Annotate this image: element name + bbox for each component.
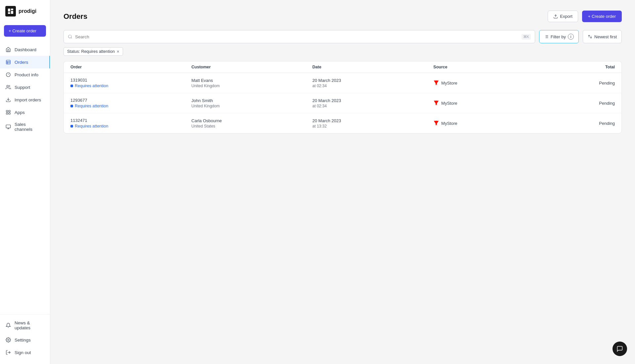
order-time: at 02:34 <box>313 84 434 88</box>
sort-label: Newest first <box>594 34 617 39</box>
table-row[interactable]: 1132471 Requires attention Carla Osbourn… <box>64 113 621 133</box>
export-button[interactable]: Export <box>548 11 578 22</box>
order-date: 20 March 2023 <box>313 78 434 83</box>
sidebar-item-support[interactable]: Support <box>0 81 50 93</box>
customer-country: United Kingdom <box>191 104 313 108</box>
order-number: 1293677 <box>70 98 191 103</box>
filter-tag-label: Status: Requires attention <box>67 49 115 54</box>
filter-by-button[interactable]: Filter by i <box>539 30 579 43</box>
svg-rect-15 <box>9 113 10 114</box>
sidebar-item-dashboard[interactable]: Dashboard <box>0 43 50 56</box>
source-label: MyStore <box>441 121 457 126</box>
page-title: Orders <box>64 12 87 21</box>
search-input[interactable] <box>75 34 519 39</box>
sidebar-item-label: Apps <box>15 110 25 115</box>
customer-name: John Smith <box>191 98 313 103</box>
status-label: Requires attention <box>75 104 108 108</box>
source-label: MyStore <box>441 101 457 106</box>
date-cell: 20 March 2023 at 13:32 <box>313 118 434 128</box>
svg-rect-4 <box>6 60 10 64</box>
logo-area: prodigi <box>0 0 50 22</box>
col-header-date: Date <box>313 65 434 69</box>
customer-country: United Kingdom <box>191 84 313 88</box>
filter-tag-remove[interactable]: × <box>117 49 119 54</box>
sidebar: prodigi + Create order Dashboard <box>0 0 50 364</box>
sidebar-item-label: Import orders <box>15 97 41 102</box>
sidebar-item-import-orders[interactable]: Import orders <box>0 93 50 106</box>
sidebar-item-sign-out[interactable]: Sign out <box>0 346 50 359</box>
sidebar-item-apps[interactable]: Apps <box>0 106 50 119</box>
filter-tags: Status: Requires attention × <box>64 47 622 56</box>
chat-icon <box>616 346 623 352</box>
create-order-header-button[interactable]: + Create order <box>582 11 622 22</box>
adobe-icon <box>433 100 439 106</box>
sidebar-item-label: Settings <box>15 338 31 343</box>
total-cell: Pending <box>554 101 615 106</box>
customer-name: Carla Osbourne <box>191 118 313 123</box>
col-header-order: Order <box>70 65 191 69</box>
svg-marker-32 <box>436 81 439 86</box>
status-dot <box>70 105 73 107</box>
svg-line-24 <box>71 38 72 39</box>
sidebar-item-label: Dashboard <box>15 47 36 52</box>
orders-icon <box>5 59 11 65</box>
customer-country: United States <box>191 124 313 128</box>
order-status[interactable]: Requires attention <box>70 104 191 108</box>
create-order-sidebar-button[interactable]: + Create order <box>4 25 46 37</box>
sales-icon <box>5 124 11 130</box>
sidebar-item-news-updates[interactable]: News & updates <box>0 317 50 334</box>
customer-cell: John Smith United Kingdom <box>191 98 313 108</box>
filter-info-icon: i <box>568 34 574 40</box>
filter-icon <box>544 34 549 39</box>
order-number: 1319031 <box>70 78 191 83</box>
date-cell: 20 March 2023 at 02:34 <box>313 78 434 88</box>
orders-table: Order Customer Date Source Total 1319031… <box>64 61 622 133</box>
status-label: Requires attention <box>75 124 108 128</box>
svg-rect-16 <box>6 113 8 114</box>
customer-name: Matt Evans <box>191 78 313 83</box>
svg-rect-2 <box>8 12 10 14</box>
status-dot <box>70 125 73 127</box>
sidebar-item-label: Product info <box>15 72 38 77</box>
svg-point-11 <box>7 85 8 87</box>
col-header-customer: Customer <box>191 65 313 69</box>
svg-point-23 <box>68 35 71 38</box>
adobe-icon <box>433 80 439 86</box>
sidebar-item-product-info[interactable]: Product info <box>0 68 50 81</box>
customer-cell: Matt Evans United Kingdom <box>191 78 313 88</box>
adobe-icon <box>433 120 439 126</box>
sidebar-item-sales-channels[interactable]: Sales channels <box>0 119 50 135</box>
sidebar-item-orders[interactable]: Orders <box>0 56 50 68</box>
sidebar-item-label: Sign out <box>15 350 31 355</box>
chat-bubble-button[interactable] <box>613 342 627 356</box>
status-label: Requires attention <box>75 84 108 88</box>
sidebar-item-settings[interactable]: Settings <box>0 334 50 346</box>
bell-icon <box>5 322 11 328</box>
svg-marker-34 <box>436 101 439 106</box>
order-status[interactable]: Requires attention <box>70 124 191 128</box>
import-icon <box>5 97 11 103</box>
search-box[interactable]: ⌘K <box>64 30 535 43</box>
sidebar-item-label: News & updates <box>15 320 45 330</box>
order-time: at 02:34 <box>313 104 434 108</box>
source-label: MyStore <box>441 81 457 86</box>
col-header-source: Source <box>433 65 554 69</box>
support-icon <box>5 84 11 90</box>
signout-icon <box>5 349 11 355</box>
filter-tag-status[interactable]: Status: Requires attention × <box>64 47 123 56</box>
svg-point-20 <box>8 339 9 341</box>
table-row[interactable]: 1293677 Requires attention John Smith Un… <box>64 93 621 113</box>
filter-by-label: Filter by <box>551 34 566 39</box>
total-cell: Pending <box>554 121 615 126</box>
sidebar-bottom: News & updates Settings Sign out <box>0 314 50 364</box>
date-cell: 20 March 2023 at 02:34 <box>313 98 434 108</box>
order-status[interactable]: Requires attention <box>70 84 191 88</box>
sort-button[interactable]: Newest first <box>583 30 622 43</box>
total-cell: Pending <box>554 81 615 86</box>
source-cell: MyStore <box>433 120 554 126</box>
order-id-cell: 1132471 Requires attention <box>70 118 191 128</box>
table-header: Order Customer Date Source Total <box>64 61 621 73</box>
status-dot <box>70 85 73 87</box>
header-actions: Export + Create order <box>548 11 622 22</box>
table-row[interactable]: 1319031 Requires attention Matt Evans Un… <box>64 73 621 93</box>
